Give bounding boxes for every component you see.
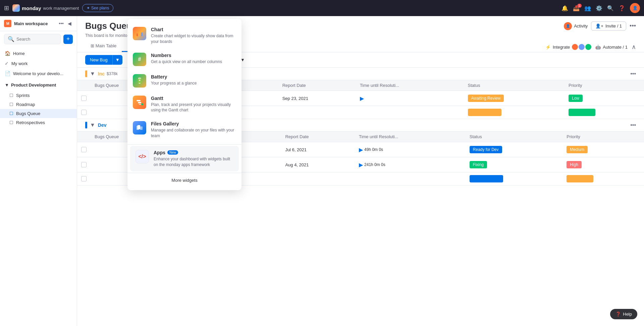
col-priority: Priority: [565, 80, 644, 91]
time-cell: [356, 106, 464, 119]
notifications-icon[interactable]: 🔔: [561, 5, 568, 11]
time-cell: [355, 172, 466, 185]
widget-item-files[interactable]: Files Gallery Manage and collaborate on …: [127, 117, 241, 143]
widget-item-chart[interactable]: Chart Create chart widget to visually sh…: [127, 23, 241, 49]
status-badge: Ready for Dev: [470, 146, 502, 153]
files-widget-info: Files Gallery Manage and collaborate on …: [151, 121, 236, 139]
svg-rect-0: [137, 34, 138, 36]
status-badge-empty: [470, 175, 503, 182]
retrospectives-label: Retrospectives: [16, 120, 45, 125]
play-icon[interactable]: ▶: [360, 95, 364, 102]
sidebar-search-input[interactable]: [16, 37, 57, 42]
retrospectives-icon: ☐: [9, 120, 13, 125]
sidebar-nav: 🏠 Home ✓ My work 📄 Welcome to your devel…: [0, 47, 77, 80]
sidebar-actions: ••• ◀: [57, 19, 73, 28]
chart-widget-desc: Create chart widget to visually show dat…: [151, 33, 236, 45]
group-inc-chevron[interactable]: ▼: [90, 71, 95, 77]
chevron-down-icon: ▼: [5, 83, 9, 88]
inbox-icon[interactable]: 📥1: [573, 5, 580, 11]
report-date: [278, 106, 356, 119]
collapse-header-button[interactable]: ∧: [632, 43, 636, 51]
group-dev-header-left: ▼ Dev: [85, 122, 107, 128]
row-checkbox[interactable]: [81, 96, 87, 101]
group-inc-more[interactable]: •••: [630, 71, 636, 77]
sidebar-item-mywork[interactable]: ✓ My work: [0, 58, 77, 68]
automate-button[interactable]: 🤖 Automate / 1: [595, 45, 628, 50]
see-plans-button[interactable]: ✦ See plans: [82, 4, 113, 12]
workspace-options-button[interactable]: •••: [57, 19, 65, 28]
widget-item-apps[interactable]: </> Apps New Enhance your dashboard with…: [130, 146, 239, 172]
main-table-tab-label: Main Table: [96, 43, 117, 48]
sidebar-item-welcome[interactable]: 📄 Welcome to your develo...: [0, 68, 77, 78]
group-dev-more[interactable]: •••: [630, 122, 636, 128]
board-header-tools: ⚡ Integrate 🤖 Automate / 1 ∧: [545, 43, 636, 52]
col-report-date: Report Date: [278, 80, 356, 91]
add-new-button[interactable]: +: [63, 35, 73, 44]
roadmap-icon: ☐: [9, 102, 13, 107]
battery-widget-info: Battery Your progress at a glance: [151, 74, 236, 86]
play-icon[interactable]: ▶: [359, 162, 363, 168]
gantt-widget-info: Gantt Plan, track and present your proje…: [151, 96, 236, 113]
tab-main-table[interactable]: ⊞ Main Table: [85, 41, 122, 52]
files-widget-icon: [133, 121, 146, 134]
sidebar-item-roadmap[interactable]: ☐ Roadmap: [0, 100, 77, 109]
sidebar-search-area: 🔍 +: [0, 31, 77, 47]
col-time-until-dev: Time until Resoluti...: [355, 131, 466, 142]
group-dev-chevron[interactable]: ▼: [90, 122, 95, 128]
play-icon[interactable]: ▶: [359, 147, 363, 153]
workspace-avatar: M: [4, 20, 11, 27]
report-date: Jul 6, 2021: [281, 142, 355, 157]
sidebar-header: M Main workspace ••• ◀: [0, 16, 77, 31]
integrate-button[interactable]: ⚡ Integrate: [545, 44, 591, 50]
apps-grid-icon[interactable]: ⊞: [4, 4, 9, 12]
invite-button[interactable]: 👤+ Invite / 1: [591, 21, 626, 31]
row-checkbox[interactable]: [81, 162, 87, 167]
chart-widget-info: Chart Create chart widget to visually sh…: [151, 27, 236, 45]
sidebar-item-retrospectives[interactable]: ☐ Retrospectives: [0, 118, 77, 127]
widget-item-numbers[interactable]: # Numbers Get a quick view on all number…: [127, 49, 241, 70]
sidebar-item-bugs-queue[interactable]: ☐ Bugs Queue: [0, 109, 77, 118]
row-checkbox[interactable]: [81, 147, 87, 152]
help-icon[interactable]: ❓: [619, 5, 625, 11]
user-avatar[interactable]: 👤: [630, 3, 640, 13]
sprints-label: Sprints: [16, 93, 30, 98]
widget-item-gantt[interactable]: Gantt Plan, track and present your proje…: [127, 92, 241, 117]
automate-label: Automate / 1: [603, 45, 628, 50]
more-widgets-button[interactable]: More widgets: [127, 174, 241, 186]
sprints-icon: ☐: [9, 93, 13, 98]
new-bug-main-button[interactable]: New Bug: [85, 55, 112, 65]
section-divider: ▼ Product Development: [0, 80, 77, 90]
home-icon: 🏠: [5, 51, 10, 56]
col-checkbox: [77, 131, 91, 142]
widget-item-battery[interactable]: 🔋 Battery Your progress at a glance: [127, 70, 241, 92]
activity-label: Activity: [574, 23, 588, 29]
new-bug-button-group: New Bug ▼: [85, 55, 122, 65]
collapse-sidebar-button[interactable]: ◀: [66, 19, 73, 28]
battery-widget-icon: 🔋: [133, 74, 146, 88]
battery-icon-symbol: 🔋: [136, 77, 143, 85]
report-date: Sep 23, 2021: [278, 91, 356, 106]
doc-icon: 📄: [5, 71, 10, 76]
sidebar-items: ☐ Sprints ☐ Roadmap ☐ Bugs Queue ☐ Retro…: [0, 90, 77, 128]
row-checkbox[interactable]: [81, 110, 87, 115]
top-navigation: ⊞ monday work management ✦ See plans 🔔 📥…: [0, 0, 644, 16]
sidebar-item-sprints[interactable]: ☐ Sprints: [0, 91, 77, 100]
svg-rect-1: [139, 32, 140, 36]
status-badge-empty: [468, 109, 501, 116]
section-label[interactable]: ▼ Product Development: [5, 83, 72, 88]
new-bug-dropdown-button[interactable]: ▼: [112, 55, 122, 65]
help-button[interactable]: ❓ Help: [610, 309, 637, 319]
row-checkbox[interactable]: [81, 176, 87, 181]
invite-people-icon[interactable]: 👥: [584, 5, 591, 11]
sidebar-search-box[interactable]: 🔍: [4, 34, 61, 44]
apps-icon[interactable]: ⚙️: [596, 5, 602, 11]
col-priority-dev: Priority: [562, 131, 644, 142]
widget-divider: [127, 144, 241, 145]
apps-widget-icon: </>: [136, 150, 149, 163]
sidebar-item-home[interactable]: 🏠 Home: [0, 48, 77, 58]
gantt-widget-icon: [133, 96, 146, 109]
numbers-widget-info: Numbers Get a quick view on all number c…: [151, 53, 236, 65]
activity-button[interactable]: 👤 Activity: [564, 22, 588, 30]
more-options-button[interactable]: •••: [630, 22, 636, 30]
search-icon[interactable]: 🔍: [607, 5, 614, 11]
